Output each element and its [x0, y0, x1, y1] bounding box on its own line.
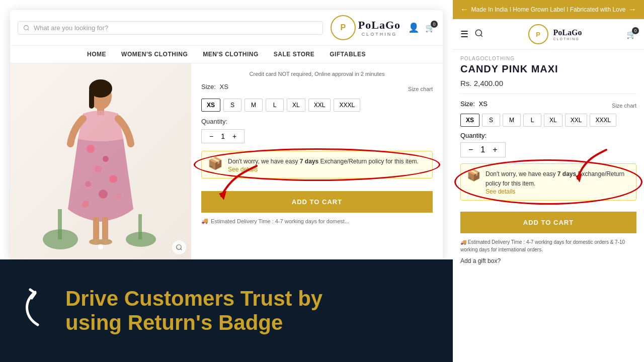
size-btn-xs[interactable]: XS — [201, 99, 220, 112]
nav-womens[interactable]: WOMEN'S CLOTHING — [121, 51, 188, 58]
carousel-dot[interactable] — [98, 244, 103, 249]
zoom-icon[interactable] — [172, 240, 186, 254]
svg-rect-8 — [89, 88, 94, 109]
mobile-cart[interactable]: 🛒 0 — [626, 30, 636, 39]
announcement-bar: ← Made In India I Home Grown Label I Fab… — [453, 0, 644, 19]
svg-point-15 — [99, 190, 108, 199]
mobile-size-xxl[interactable]: XXL — [565, 114, 588, 127]
mobile-logo-sub: CLOTHING — [553, 37, 582, 41]
mobile-header-icons: 🛒 0 — [626, 30, 636, 39]
cta-line1: Drive Customers Trust by — [65, 287, 323, 310]
mobile-badge-text: Don't worry, we have easy 7 days Exchang… — [486, 170, 624, 187]
mobile-size-s[interactable]: S — [482, 114, 500, 127]
qty-value: 1 — [221, 132, 225, 140]
mobile-size-l[interactable]: L — [523, 114, 541, 127]
logo-badge: P — [331, 15, 356, 40]
cta-arrow-icon — [20, 287, 55, 334]
qty-control: − 1 + — [201, 129, 245, 143]
add-to-cart-button[interactable]: ADD TO CART — [201, 191, 433, 213]
svg-point-17 — [82, 201, 89, 208]
mobile-menu-icons: ☰ — [460, 29, 484, 40]
truck-icon: 🚚 — [201, 218, 208, 224]
svg-rect-19 — [102, 217, 108, 242]
svg-rect-18 — [93, 217, 99, 242]
mobile-size-section: Size: XS Size chart XS S M L XL XXL XXXL — [460, 100, 636, 127]
account-icon[interactable]: 👤 — [408, 22, 419, 33]
svg-line-26 — [480, 35, 482, 36]
nav-mens[interactable]: MEN'S CLOTHING — [203, 51, 259, 58]
qty-plus[interactable]: + — [232, 132, 236, 140]
nav-sale[interactable]: SALE STORE — [274, 51, 314, 58]
qty-minus[interactable]: − — [209, 132, 213, 140]
product-image — [10, 63, 191, 259]
mobile-size-xxxl[interactable]: XXXL — [590, 114, 616, 127]
svg-point-11 — [103, 156, 109, 162]
mobile-size-selected: XS — [479, 100, 488, 108]
mobile-truck-icon: 🚚 — [460, 239, 466, 245]
desktop-logo: P PoLaGo CLOTHING — [331, 15, 400, 40]
next-arrow[interactable]: → — [628, 5, 636, 14]
cart-icon[interactable]: 🛒 0 — [425, 23, 435, 33]
badge-content: Don't worry, we have easy 7 days Exchang… — [228, 156, 419, 173]
svg-point-10 — [87, 145, 95, 153]
svg-rect-4 — [58, 209, 62, 239]
mobile-cart-count: 0 — [632, 27, 639, 34]
size-btn-s[interactable]: S — [223, 99, 242, 112]
size-btn-m[interactable]: M — [245, 99, 263, 112]
left-section: What are you looking for? P PoLaGo CLOTH… — [0, 0, 453, 362]
mobile-return-badge-container: 📦 Don't worry, we have easy 7 days Excha… — [460, 163, 636, 201]
mobile-size-chart[interactable]: Size chart — [612, 103, 636, 109]
mobile-brand: POLAGOCLOTHING — [460, 56, 636, 61]
svg-point-12 — [95, 165, 102, 172]
dress-svg — [40, 68, 161, 254]
mobile-see-details-link[interactable]: See details — [486, 188, 630, 195]
svg-point-13 — [109, 175, 117, 183]
mobile-logo-badge: P — [528, 24, 548, 44]
cta-line2-plain: using — [65, 311, 128, 334]
mobile-search-icon[interactable] — [474, 29, 484, 38]
mobile-add-to-cart-button[interactable]: ADD TO CART — [460, 212, 636, 233]
mobile-size-xs[interactable]: XS — [460, 114, 479, 127]
see-details-link[interactable]: See details — [228, 166, 419, 173]
browser-content: Credit card NOT required, Online approva… — [10, 63, 443, 259]
nav-gifts[interactable]: GIFTABLES — [330, 51, 366, 58]
mobile-qty-plus[interactable]: + — [493, 145, 497, 154]
search-bar[interactable]: What are you looking for? — [18, 21, 323, 35]
size-btn-l[interactable]: L — [266, 99, 284, 112]
product-image-area — [10, 63, 191, 259]
prev-arrow[interactable]: ← — [460, 5, 468, 14]
size-section: Size: XS Size chart XS S M L XL XXL — [201, 83, 433, 112]
svg-point-14 — [85, 181, 91, 187]
badge-text: Don't worry, we have easy 7 days Exchang… — [228, 158, 419, 165]
nav-home[interactable]: HOME — [87, 51, 106, 58]
mobile-return-icon: 📦 — [467, 169, 480, 182]
announcement-text: Made In India I Home Grown Label I Fabri… — [468, 6, 628, 14]
size-btn-xl[interactable]: XL — [287, 99, 305, 112]
cta-heading: Drive Customers Trust by using Return's … — [65, 287, 433, 335]
delivery-text: Estimated Delivery Time : 4-7 working da… — [211, 218, 349, 224]
size-selected: XS — [220, 83, 228, 90]
hamburger-icon[interactable]: ☰ — [460, 29, 468, 40]
logo-subtitle: CLOTHING — [358, 32, 400, 37]
product-details-panel: Credit card NOT required, Online approva… — [191, 63, 443, 259]
mobile-qty-minus[interactable]: − — [468, 145, 473, 154]
right-section-mobile: ← Made In India I Home Grown Label I Fab… — [453, 0, 644, 362]
mobile-size-xl[interactable]: XL — [544, 114, 562, 127]
return-icon: 📦 — [208, 156, 223, 170]
mobile-qty-value: 1 — [480, 145, 485, 154]
browser-header: What are you looking for? P PoLaGo CLOTH… — [10, 10, 443, 46]
mobile-qty-section: Quantity: − 1 + — [460, 132, 636, 157]
bottom-cta: Drive Customers Trust by using Return's … — [0, 259, 453, 362]
size-chart-link[interactable]: Size chart — [408, 86, 433, 92]
mobile-product-details: POLAGOCLOTHING CANDY PINK MAXI Rs. 2,400… — [453, 50, 644, 362]
size-btn-xxxl[interactable]: XXXL — [334, 99, 360, 112]
mobile-qty-control: − 1 + — [460, 142, 506, 157]
mobile-return-badge: 📦 Don't worry, we have easy 7 days Excha… — [460, 163, 636, 201]
desktop-browser: What are you looking for? P PoLaGo CLOTH… — [10, 10, 443, 259]
svg-rect-5 — [138, 214, 142, 239]
mobile-size-m[interactable]: M — [503, 114, 521, 127]
svg-point-22 — [177, 245, 181, 249]
svg-point-25 — [475, 30, 481, 36]
size-btn-xxl[interactable]: XXL — [308, 99, 331, 112]
mobile-badge-content: Don't worry, we have easy 7 days Exchang… — [486, 169, 630, 195]
